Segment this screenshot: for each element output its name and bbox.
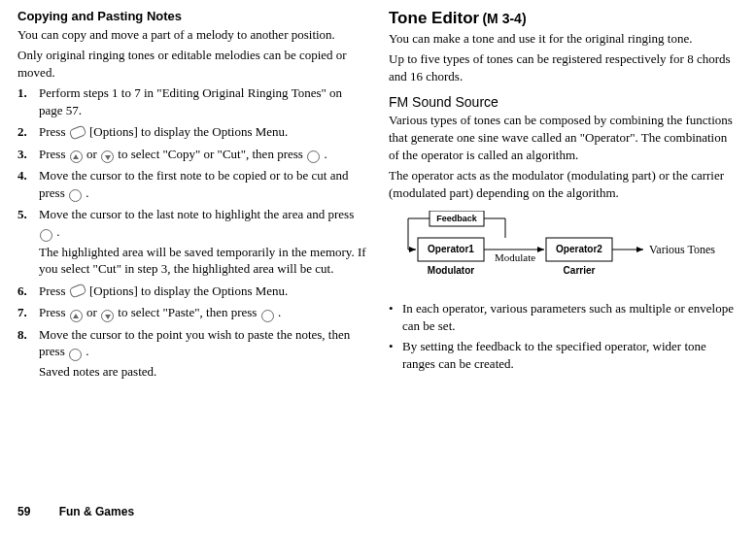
softkey-icon (68, 283, 86, 299)
fm-subheading: FM Sound Source (389, 93, 739, 112)
center-key-icon (40, 229, 52, 242)
step-body: Move the cursor to the last note to high… (39, 206, 367, 277)
step-num: 4. (17, 167, 39, 184)
step-num: 1. (17, 84, 39, 102)
step-num: 2. (17, 123, 39, 141)
up-icon (70, 310, 83, 322)
step-sub: Saved notes are pasted. (39, 363, 367, 381)
step-num: 5. (17, 206, 39, 223)
step-body: Press or to select "Paste", then press . (39, 304, 367, 321)
right-heading: Tone Editor (389, 9, 479, 27)
softkey-icon (68, 124, 86, 140)
steps-list: 1. Perform steps 1 to 7 in "Editing Orig… (17, 84, 367, 380)
down-icon (101, 150, 114, 163)
right-heading-row: Tone Editor (M 3-4) (389, 8, 739, 30)
diagram-feedback-label: Feedback (436, 214, 478, 223)
left-intro-2: Only original ringing tones or editable … (17, 47, 367, 81)
step-1: 1. Perform steps 1 to 7 in "Editing Orig… (17, 84, 367, 118)
fm-diagram: Feedback Operator1 Modulator Modulate Op… (389, 211, 739, 286)
step-body: Press [Options] to display the Options M… (39, 123, 367, 141)
diagram-various-label: Various Tones (649, 243, 715, 256)
center-key-icon (261, 310, 274, 322)
step-body: Press [Options] to display the Options M… (39, 283, 367, 300)
bullet-item: • In each operator, various parameters s… (389, 300, 739, 334)
step-body: Press or to select "Copy" or "Cut", then… (39, 146, 367, 163)
section-name: Fun & Games (59, 505, 134, 518)
center-key-icon (307, 150, 320, 163)
diagram-op1-label: Operator1 (428, 244, 474, 254)
left-intro-1: You can copy and move a part of a melody… (17, 26, 367, 44)
right-p3: Various types of tones can be composed b… (389, 112, 739, 163)
step-num: 6. (17, 283, 39, 300)
step-body: Move the cursor to the point you wish to… (39, 326, 367, 381)
down-icon (101, 310, 114, 322)
page-number: 59 (17, 504, 30, 519)
right-p1: You can make a tone and use it for the o… (389, 30, 739, 48)
step-body: Move the cursor to the first note to be … (39, 167, 367, 201)
step-sub: The highlighted area will be saved tempo… (39, 244, 367, 278)
step-num: 3. (17, 146, 39, 163)
diagram-svg: Feedback Operator1 Modulator Modulate Op… (389, 211, 739, 286)
step-5: 5. Move the cursor to the last note to h… (17, 206, 367, 277)
left-heading: Copying and Pasting Notes (17, 8, 367, 25)
step-8: 8. Move the cursor to the point you wish… (17, 326, 367, 381)
right-p4: The operator acts as the modulator (modu… (389, 167, 739, 201)
step-2: 2. Press [Options] to display the Option… (17, 123, 367, 141)
diagram-modulate-label: Modulate (495, 251, 535, 263)
bullet-text: In each operator, various parameters suc… (402, 300, 739, 334)
up-icon (70, 150, 83, 163)
bullet-dot: • (389, 338, 402, 372)
step-6: 6. Press [Options] to display the Option… (17, 283, 367, 300)
bullet-list: • In each operator, various parameters s… (389, 300, 739, 372)
bullet-dot: • (389, 300, 402, 334)
step-7: 7. Press or to select "Paste", then pres… (17, 304, 367, 321)
right-p2: Up to five types of tones can be registe… (389, 50, 739, 84)
diagram-modulator-label: Modulator (428, 265, 474, 276)
left-column: Copying and Pasting Notes You can copy a… (17, 8, 367, 384)
step-body: Perform steps 1 to 7 in "Editing Origina… (39, 84, 367, 118)
step-num: 8. (17, 326, 39, 344)
bullet-item: • By setting the feedback to the specifi… (389, 338, 739, 372)
page-footer: 59 Fun & Games (17, 504, 134, 519)
step-3: 3. Press or to select "Copy" or "Cut", t… (17, 146, 367, 163)
step-4: 4. Move the cursor to the first note to … (17, 167, 367, 201)
right-column: Tone Editor (M 3-4) You can make a tone … (389, 8, 739, 384)
center-key-icon (69, 349, 82, 361)
menu-code: (M 3-4) (482, 11, 526, 26)
step-num: 7. (17, 304, 39, 321)
diagram-op2-label: Operator2 (556, 244, 602, 254)
bullet-text: By setting the feedback to the specified… (402, 338, 739, 372)
center-key-icon (69, 189, 82, 202)
diagram-carrier-label: Carrier (564, 265, 596, 276)
